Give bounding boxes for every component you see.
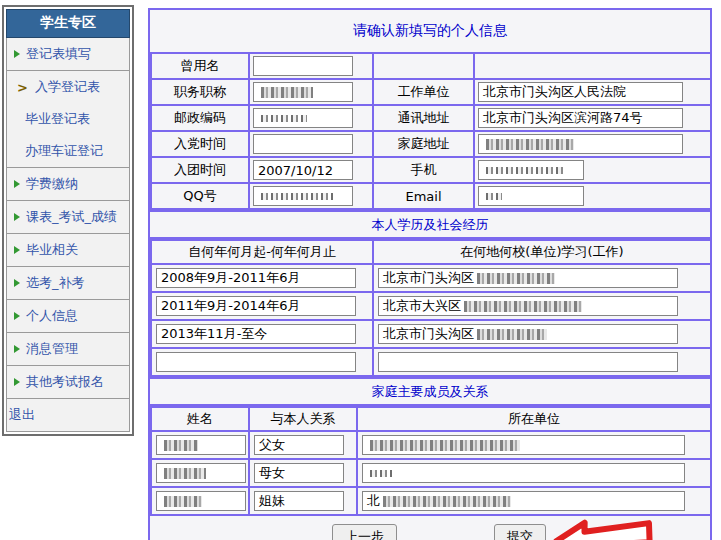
family-relation-field-1[interactable]: 父女	[254, 435, 344, 455]
party-join-date-label: 入党时间	[151, 131, 249, 157]
family-unit-header: 所在单位	[357, 407, 711, 431]
home-address-field[interactable]	[478, 134, 683, 154]
sidebar-item-personal-info[interactable]: 个人信息	[7, 300, 129, 332]
table-row: 入团时间 2007/10/12 手机	[151, 157, 711, 183]
sidebar-item-tuition[interactable]: 学费缴纳	[7, 168, 129, 200]
family-name-field-2[interactable]	[156, 463, 246, 483]
sidebar-item-label: 课表_考试_成绩	[26, 208, 117, 226]
job-title-field[interactable]	[253, 82, 353, 102]
education-period-field-2[interactable]: 2011年9月-2014年6月	[156, 296, 356, 316]
previous-step-button[interactable]: 上一步	[332, 524, 397, 540]
qq-number-field[interactable]	[253, 186, 353, 206]
green-triangle-icon	[14, 378, 20, 386]
family-relation-field-2[interactable]: 母女	[254, 463, 344, 483]
education-section-title: 本人学历及社会经历	[150, 210, 710, 239]
sidebar-item-messages[interactable]: 消息管理	[7, 333, 129, 365]
sidebar-item-enrollment-form[interactable]: > 入学登记表	[7, 71, 129, 103]
confirm-info-form: 请确认新填写的个人信息 曾用名 职务职称 工作单位 北京市门头沟区人民法院 邮政…	[148, 8, 712, 540]
table-row: 姐妹 北	[151, 487, 711, 515]
sidebar-item-schedule-exam-grades[interactable]: 课表_考试_成绩	[7, 201, 129, 233]
family-unit-field-3[interactable]: 北	[362, 491, 685, 511]
green-triangle-icon	[14, 345, 20, 353]
sidebar-item-label: 毕业登记表	[25, 110, 90, 128]
league-join-date-label: 入团时间	[151, 157, 249, 183]
green-triangle-icon	[14, 312, 20, 320]
education-place-field-3[interactable]: 北京市门头沟区	[378, 324, 678, 344]
table-row	[151, 348, 711, 376]
green-triangle-icon	[14, 50, 20, 58]
table-row: 职务职称 工作单位 北京市门头沟区人民法院	[151, 79, 711, 105]
education-period-field-4[interactable]	[156, 352, 356, 372]
family-unit-field-1[interactable]	[362, 435, 685, 455]
empty-cell	[474, 53, 711, 79]
green-triangle-icon	[14, 180, 20, 188]
family-section-title: 家庭主要成员及关系	[150, 377, 710, 406]
mailing-address-field[interactable]: 北京市门头沟区滨河路74号	[478, 108, 683, 128]
work-unit-field[interactable]: 北京市门头沟区人民法院	[478, 82, 683, 102]
green-triangle-icon	[14, 213, 20, 221]
former-name-field[interactable]	[253, 56, 353, 76]
family-name-field-3[interactable]	[156, 491, 246, 511]
mailing-address-label: 通讯地址	[373, 105, 474, 131]
sidebar-item-registration-forms[interactable]: 登记表填写	[7, 38, 129, 70]
sidebar-item-label: 入学登记表	[35, 78, 100, 96]
league-join-date-field[interactable]: 2007/10/12	[253, 160, 353, 180]
education-period-field-1[interactable]: 2008年9月-2011年6月	[156, 268, 356, 288]
family-unit-field-2[interactable]	[362, 463, 685, 483]
postal-code-field[interactable]	[253, 108, 353, 128]
email-field[interactable]	[478, 186, 584, 206]
table-row: 自何年何月起-何年何月止 在何地何校(单位)学习(工作)	[151, 240, 711, 264]
sidebar-item-label: 学费缴纳	[26, 175, 78, 193]
empty-label	[373, 53, 474, 79]
green-triangle-icon	[14, 279, 20, 287]
education-table: 自何年何月起-何年何月止 在何地何校(单位)学习(工作) 2008年9月-201…	[150, 239, 712, 377]
family-table: 姓名 与本人关系 所在单位 父女 母女 姐妹 北	[150, 406, 712, 516]
sidebar-item-vehicle-pass[interactable]: 办理车证登记	[7, 135, 129, 167]
button-bar: 上一步 提交	[150, 516, 710, 540]
email-label: Email	[373, 183, 474, 209]
education-period-field-3[interactable]: 2013年11月-至今	[156, 324, 356, 344]
sidebar-item-label: 登记表填写	[26, 45, 91, 63]
family-relation-header: 与本人关系	[249, 407, 357, 431]
sidebar-item-logout[interactable]: 退出	[7, 399, 129, 431]
family-name-field-1[interactable]	[156, 435, 246, 455]
family-relation-field-3[interactable]: 姐妹	[254, 491, 344, 511]
party-join-date-field[interactable]	[253, 134, 353, 154]
education-period-header: 自何年何月起-何年何月止	[151, 240, 373, 264]
education-place-field-1[interactable]: 北京市门头沟区	[378, 268, 678, 288]
form-title: 请确认新填写的个人信息	[150, 10, 710, 52]
sidebar: 学生专区 登记表填写 > 入学登记表 毕业登记表 办理车证登记 学费缴纳 课表_…	[2, 5, 134, 436]
sidebar-item-graduation-related[interactable]: 毕业相关	[7, 234, 129, 266]
table-row: 2013年11月-至今 北京市门头沟区	[151, 320, 711, 348]
table-row: 2011年9月-2014年6月 北京市大兴区	[151, 292, 711, 320]
table-row: 母女	[151, 459, 711, 487]
mobile-field[interactable]	[478, 160, 584, 180]
education-place-header: 在何地何校(单位)学习(工作)	[373, 240, 711, 264]
former-name-label: 曾用名	[151, 53, 249, 79]
sidebar-item-other-exam-signup[interactable]: 其他考试报名	[7, 366, 129, 398]
submit-button[interactable]: 提交	[494, 524, 546, 540]
education-place-field-4[interactable]	[378, 352, 678, 372]
education-place-field-2[interactable]: 北京市大兴区	[378, 296, 678, 316]
mobile-label: 手机	[373, 157, 474, 183]
red-left-arrow-icon	[550, 516, 660, 540]
work-unit-label: 工作单位	[373, 79, 474, 105]
qq-number-label: QQ号	[151, 183, 249, 209]
sidebar-item-label: 消息管理	[26, 340, 78, 358]
sidebar-item-label: 个人信息	[26, 307, 78, 325]
selected-marker-icon: >	[17, 80, 28, 95]
sidebar-item-label: 其他考试报名	[26, 373, 104, 391]
sidebar-item-label: 退出	[9, 406, 35, 424]
sidebar-item-elective-makeup-exam[interactable]: 选考_补考	[7, 267, 129, 299]
job-title-label: 职务职称	[151, 79, 249, 105]
sidebar-item-label: 办理车证登记	[25, 142, 103, 160]
table-row: 入党时间 家庭地址	[151, 131, 711, 157]
sidebar-item-label: 毕业相关	[26, 241, 78, 259]
sidebar-title: 学生专区	[6, 9, 130, 38]
personal-info-table: 曾用名 职务职称 工作单位 北京市门头沟区人民法院 邮政编码 通讯地址 北京市门…	[150, 52, 712, 210]
green-triangle-icon	[14, 246, 20, 254]
home-address-label: 家庭地址	[373, 131, 474, 157]
sidebar-item-label: 选考_补考	[26, 274, 85, 292]
sidebar-item-graduation-form[interactable]: 毕业登记表	[7, 103, 129, 135]
table-row: QQ号 Email	[151, 183, 711, 209]
